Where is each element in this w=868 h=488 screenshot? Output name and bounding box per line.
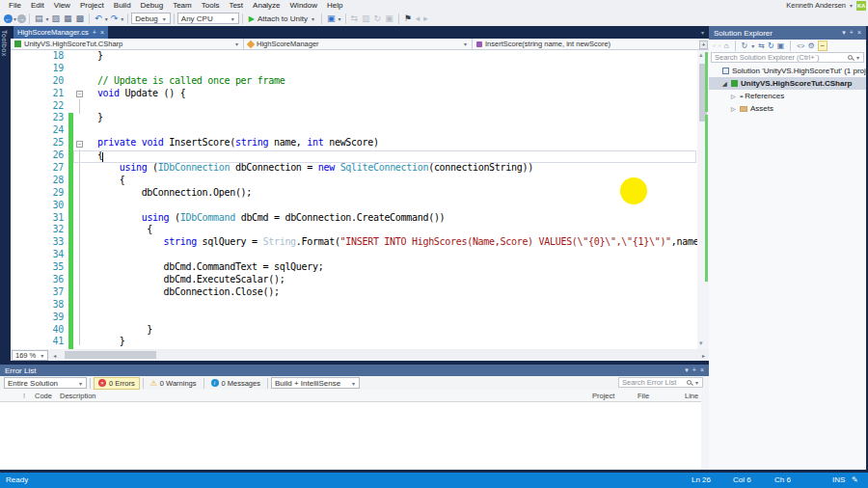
line-number[interactable]: 24 [11,124,66,137]
pin-icon[interactable]: + [850,29,854,37]
save-all-icon[interactable]: ▩ [74,14,87,23]
line-number[interactable]: 26 [11,149,66,162]
step-into-icon[interactable]: ▥ [360,14,372,23]
account-area[interactable]: Kenneth Andersen ▾ KA [786,0,866,11]
line-number[interactable]: 28 [11,175,66,187]
line-number[interactable]: 20 [11,75,66,88]
attach-to-unity-button[interactable]: ▶ Attach to Unity ▾ [246,14,318,23]
debug-target-combo[interactable]: Debug ▾ [131,13,171,24]
step-over-icon[interactable]: ⇆ [349,14,361,23]
forward-icon[interactable]: ◦ [719,41,721,50]
scroll-down-icon[interactable]: ▾ [699,339,703,347]
line-number[interactable]: 21 [11,88,66,100]
code-editor[interactable]: 18 }1920 // Update is called once per fr… [11,50,697,349]
error-list-body[interactable] [0,402,701,470]
tree-item-assets[interactable]: ▷Assets [709,102,866,115]
step-out-icon[interactable]: ↻ [372,14,384,23]
pin-icon[interactable]: + [93,29,96,36]
undo-icon[interactable]: ↶ [93,14,104,23]
breakpoint-icon[interactable]: ▣ [383,14,395,23]
error-column-description[interactable]: Description [60,392,96,400]
messages-filter-button[interactable]: i 0 Messages [207,378,264,389]
error-column-file[interactable]: File [637,392,649,400]
fold-collapse-icon[interactable]: − [76,141,83,148]
scroll-up-icon[interactable]: ▴ [699,51,703,59]
solution-explorer-search[interactable]: Search Solution Explorer (Ctrl+`) ▾ [711,52,864,63]
pin-icon[interactable]: + [692,366,696,374]
tab-overflow-icon[interactable]: ▾ [701,29,704,36]
platform-combo[interactable]: Any CPU ▾ [177,13,239,24]
new-file-icon[interactable]: ▤ [33,14,45,23]
bookmark-icon[interactable]: ⚑ [402,14,414,23]
line-number[interactable]: 27 [11,162,66,175]
refresh-icon[interactable]: ↻ [768,41,774,50]
menu-item-test[interactable]: Test [224,1,248,10]
sync-icon[interactable]: ↻ [742,41,748,50]
error-column-line[interactable]: Line [685,392,698,400]
fold-collapse-icon[interactable]: − [76,91,83,97]
line-number[interactable]: 22 [11,100,66,113]
line-number[interactable]: 19 [11,63,66,75]
error-list-titlebar[interactable]: Error List ▾ + × [0,365,709,376]
menu-item-edit[interactable]: Edit [26,1,49,10]
menu-item-build[interactable]: Build [109,1,136,10]
source-dropdown[interactable]: Build + IntelliSense ▾ [271,377,360,389]
splitter-handle-icon[interactable]: + [699,41,708,49]
prev-bookmark-icon[interactable]: ◂ [414,14,422,23]
menu-item-tools[interactable]: Tools [197,1,225,10]
redo-dropdown-icon[interactable]: ▾ [120,15,124,22]
collapse-all-icon[interactable]: ▣ [777,41,785,50]
line-number[interactable]: 30 [11,200,66,212]
chevron-down-icon[interactable]: ▾ [338,15,342,22]
project-dropdown[interactable]: UnityVS.HighScoreTut.CSharp ▾ [11,39,244,49]
line-number[interactable]: 31 [11,212,66,225]
line-number[interactable]: 32 [11,224,66,236]
back-icon[interactable]: ◦ [713,41,716,50]
tree-item-solution-unityvs-highscoretut-[interactable]: Solution 'UnityVS.HighScoreTut' (1 proje… [709,65,866,77]
line-number[interactable]: 23 [11,112,66,124]
save-icon[interactable]: ▦ [62,14,74,23]
menu-item-project[interactable]: Project [75,1,109,10]
window-menu-icon[interactable]: ▾ [685,366,689,374]
show-all-files-icon[interactable]: <> [797,42,804,49]
close-icon[interactable]: × [857,29,861,37]
line-number[interactable]: 37 [11,286,66,299]
properties-icon[interactable]: ⚙ [807,41,814,50]
tree-item-unityvs-highscoretut-csharp[interactable]: ◢UnityVS.HighScoreTut.CSharp [709,77,866,90]
line-number[interactable]: 29 [11,187,66,200]
menu-item-team[interactable]: Team [168,1,197,10]
line-number[interactable]: 40 [11,324,66,337]
horizontal-scrollbar-thumb[interactable] [65,351,156,359]
close-icon[interactable]: × [700,366,704,374]
account-name[interactable]: Kenneth Andersen [786,1,846,10]
next-bookmark-icon[interactable]: ▸ [421,14,430,23]
navigate-back-icon[interactable]: ← [4,14,13,23]
line-number[interactable]: 33 [11,236,66,249]
tab-highscoremanager[interactable]: HighScoreManager.cs + × [14,26,108,39]
redo-icon[interactable]: ↷ [109,14,121,23]
avatar[interactable]: KA [856,1,866,11]
menu-item-debug[interactable]: Debug [136,1,169,10]
scope-dropdown[interactable]: Entire Solution ▾ [4,377,87,389]
errors-filter-button[interactable]: × 0 Errors [94,377,140,390]
line-number[interactable]: 39 [11,312,66,324]
home-icon[interactable]: ⌂ [724,41,729,50]
error-list-search[interactable]: Search Error List ▾ [618,377,703,388]
error-column-project[interactable]: Project [592,392,614,400]
toolbox-tab[interactable]: Toolbox [0,26,11,361]
menu-item-file[interactable]: File [4,1,26,10]
scroll-left-icon[interactable]: ◂ [52,352,57,359]
solution-explorer-titlebar[interactable]: Solution Explorer ▾ + × [709,26,866,40]
expander-icon[interactable]: ◢ [722,80,728,87]
line-number[interactable]: 18 [11,50,66,63]
error-column-code[interactable]: Code [35,392,52,400]
line-number[interactable]: 25 [11,137,66,149]
member-dropdown[interactable]: InsertScore(string name, int newScore) ▾ [473,39,709,49]
warnings-filter-button[interactable]: ⚠ 0 Warnings [147,378,201,389]
live-visual-tree-icon[interactable]: ▣ [325,14,338,23]
expander-icon[interactable]: ▷ [731,105,737,112]
line-number[interactable]: 34 [11,249,66,261]
type-dropdown[interactable]: HighScoreManager ▾ [244,39,473,49]
close-icon[interactable]: × [100,29,104,36]
vertical-scrollbar[interactable]: + ▴ ▾ [697,50,709,349]
